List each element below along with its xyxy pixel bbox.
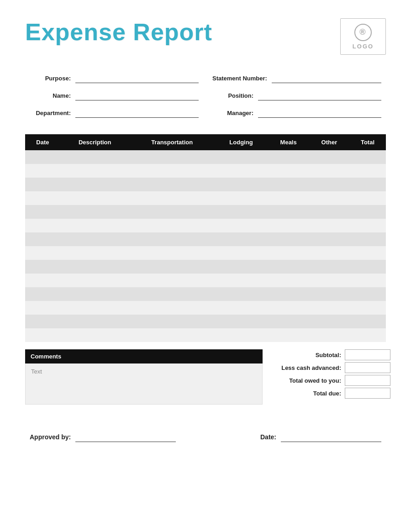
table-cell[interactable] <box>268 219 309 232</box>
table-cell[interactable] <box>309 178 349 191</box>
table-cell[interactable] <box>268 205 309 219</box>
table-cell[interactable] <box>60 315 130 328</box>
table-cell[interactable] <box>268 232 309 246</box>
table-cell[interactable] <box>60 205 130 219</box>
table-cell[interactable] <box>25 328 60 342</box>
date-input[interactable] <box>281 432 381 442</box>
table-row[interactable] <box>25 287 386 301</box>
table-cell[interactable] <box>309 205 349 219</box>
table-cell[interactable] <box>25 260 60 274</box>
table-cell[interactable] <box>309 246 349 260</box>
table-cell[interactable] <box>268 287 309 301</box>
table-cell[interactable] <box>349 232 386 246</box>
table-cell[interactable] <box>130 260 215 274</box>
table-cell[interactable] <box>349 287 386 301</box>
table-cell[interactable] <box>349 164 386 178</box>
table-cell[interactable] <box>25 205 60 219</box>
table-cell[interactable] <box>215 315 268 328</box>
table-cell[interactable] <box>268 178 309 191</box>
table-cell[interactable] <box>25 150 60 164</box>
table-cell[interactable] <box>215 164 268 178</box>
subtotal-value[interactable] <box>345 349 390 360</box>
table-cell[interactable] <box>215 205 268 219</box>
table-cell[interactable] <box>25 246 60 260</box>
table-cell[interactable] <box>268 191 309 205</box>
table-cell[interactable] <box>130 205 215 219</box>
table-cell[interactable] <box>25 164 60 178</box>
table-cell[interactable] <box>60 301 130 315</box>
table-cell[interactable] <box>215 191 268 205</box>
table-cell[interactable] <box>349 191 386 205</box>
table-cell[interactable] <box>309 328 349 342</box>
table-cell[interactable] <box>60 150 130 164</box>
table-cell[interactable] <box>349 150 386 164</box>
table-cell[interactable] <box>349 219 386 232</box>
table-cell[interactable] <box>130 315 215 328</box>
comments-body[interactable]: Text <box>25 363 263 405</box>
statement-number-input[interactable] <box>272 73 381 83</box>
table-cell[interactable] <box>309 260 349 274</box>
table-cell[interactable] <box>60 164 130 178</box>
table-cell[interactable] <box>130 274 215 287</box>
table-cell[interactable] <box>268 274 309 287</box>
table-cell[interactable] <box>268 328 309 342</box>
table-cell[interactable] <box>215 178 268 191</box>
table-cell[interactable] <box>349 260 386 274</box>
table-cell[interactable] <box>25 219 60 232</box>
table-cell[interactable] <box>309 315 349 328</box>
table-cell[interactable] <box>215 232 268 246</box>
table-cell[interactable] <box>268 150 309 164</box>
table-cell[interactable] <box>215 301 268 315</box>
table-cell[interactable] <box>25 301 60 315</box>
table-cell[interactable] <box>25 191 60 205</box>
table-cell[interactable] <box>60 191 130 205</box>
approved-by-input[interactable] <box>75 432 176 442</box>
table-cell[interactable] <box>215 150 268 164</box>
name-input[interactable] <box>75 90 199 100</box>
table-cell[interactable] <box>60 260 130 274</box>
table-row[interactable] <box>25 301 386 315</box>
table-row[interactable] <box>25 205 386 219</box>
table-cell[interactable] <box>349 274 386 287</box>
table-cell[interactable] <box>25 178 60 191</box>
table-cell[interactable] <box>309 164 349 178</box>
table-cell[interactable] <box>215 246 268 260</box>
table-cell[interactable] <box>268 315 309 328</box>
less-cash-value[interactable] <box>345 362 390 373</box>
table-row[interactable] <box>25 191 386 205</box>
table-cell[interactable] <box>60 274 130 287</box>
table-row[interactable] <box>25 328 386 342</box>
table-row[interactable] <box>25 150 386 164</box>
table-row[interactable] <box>25 178 386 191</box>
table-cell[interactable] <box>130 328 215 342</box>
table-cell[interactable] <box>268 301 309 315</box>
table-cell[interactable] <box>349 315 386 328</box>
table-cell[interactable] <box>25 315 60 328</box>
table-cell[interactable] <box>215 260 268 274</box>
manager-input[interactable] <box>258 108 381 118</box>
table-cell[interactable] <box>309 150 349 164</box>
table-row[interactable] <box>25 315 386 328</box>
table-cell[interactable] <box>60 328 130 342</box>
table-cell[interactable] <box>130 301 215 315</box>
table-cell[interactable] <box>309 274 349 287</box>
table-cell[interactable] <box>25 232 60 246</box>
table-row[interactable] <box>25 260 386 274</box>
table-cell[interactable] <box>268 164 309 178</box>
table-cell[interactable] <box>268 246 309 260</box>
table-cell[interactable] <box>349 301 386 315</box>
table-cell[interactable] <box>130 287 215 301</box>
table-cell[interactable] <box>215 274 268 287</box>
table-row[interactable] <box>25 164 386 178</box>
table-row[interactable] <box>25 274 386 287</box>
table-cell[interactable] <box>215 219 268 232</box>
table-row[interactable] <box>25 219 386 232</box>
table-cell[interactable] <box>349 178 386 191</box>
table-cell[interactable] <box>215 287 268 301</box>
table-cell[interactable] <box>25 274 60 287</box>
table-cell[interactable] <box>349 246 386 260</box>
table-cell[interactable] <box>130 178 215 191</box>
table-cell[interactable] <box>25 287 60 301</box>
table-cell[interactable] <box>309 287 349 301</box>
table-row[interactable] <box>25 246 386 260</box>
